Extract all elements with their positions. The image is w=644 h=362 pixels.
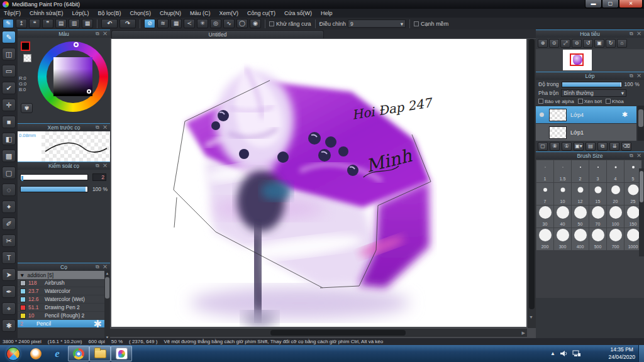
- gear-icon[interactable]: ✱: [622, 111, 628, 119]
- rotate-left-icon[interactable]: ↺: [583, 39, 593, 48]
- lock-checkbox[interactable]: Khóa: [606, 99, 624, 104]
- navigator-preview[interactable]: [536, 49, 644, 72]
- tool-text[interactable]: T: [2, 251, 16, 264]
- undo-icon[interactable]: ↶: [101, 19, 118, 28]
- menu-capture[interactable]: Chụp(N): [160, 10, 181, 16]
- menu-color[interactable]: Màu (C): [190, 10, 211, 16]
- transparent-color-swatch[interactable]: [23, 54, 31, 62]
- panel-popout-close-icons[interactable]: ⧉ ✕: [96, 264, 108, 270]
- tool-move[interactable]: ✛: [2, 99, 16, 111]
- tool-pen[interactable]: ✒: [2, 285, 16, 298]
- file-list-icon[interactable]: ▥: [69, 19, 80, 28]
- snap-spiral-icon[interactable]: ◉: [250, 19, 261, 28]
- tool-eyedropper[interactable]: ⌖: [2, 302, 16, 315]
- brush-size-cell[interactable]: 3: [589, 160, 606, 182]
- snap-parallel-icon[interactable]: ≋: [157, 19, 169, 28]
- scroll-thumb[interactable]: [529, 39, 535, 309]
- document-tab[interactable]: Untitled: [111, 30, 324, 38]
- tool-magic-wand[interactable]: ✦: [2, 200, 16, 213]
- file-icon[interactable]: ▤: [55, 19, 67, 28]
- brush-item[interactable]: 51.1 Drawing Pen 2: [18, 304, 104, 312]
- brush-size-cell[interactable]: 200: [536, 228, 553, 250]
- scroll-up-icon[interactable]: ▲: [104, 272, 110, 275]
- maximize-button[interactable]: ▢: [602, 0, 619, 8]
- gear-icon[interactable]: ✱: [94, 318, 102, 330]
- tool-frame[interactable]: ▭: [2, 65, 16, 77]
- brush-item-selected[interactable]: 2 Pencil ✱: [18, 320, 104, 328]
- brush-size-cell[interactable]: 10: [554, 183, 571, 205]
- brush-size-cell[interactable]: 1.5: [554, 160, 571, 182]
- visibility-eye-icon[interactable]: [540, 112, 544, 117]
- tray-expand-icon[interactable]: ▲: [550, 351, 555, 356]
- clipping-checkbox[interactable]: Xén bớt: [578, 99, 602, 104]
- menu-file[interactable]: Tệp(F): [4, 10, 21, 16]
- tool-operate[interactable]: ➤: [2, 268, 16, 281]
- brush-item[interactable]: 23.7 Watercolor: [18, 287, 104, 295]
- brush-group-row[interactable]: ▼ addition [5]: [18, 271, 110, 279]
- start-orb-icon[interactable]: [6, 347, 20, 361]
- layer-list-scrollbar[interactable]: [638, 106, 644, 141]
- trash-icon[interactable]: ⌫: [621, 142, 631, 151]
- minimize-button[interactable]: ▬: [585, 0, 602, 8]
- tool-bucket[interactable]: ◧: [2, 133, 16, 145]
- foreground-color-swatch[interactable]: [21, 41, 30, 51]
- rotate-reset-icon[interactable]: ↻: [606, 39, 616, 48]
- tool-select-pen[interactable]: ✐: [2, 217, 16, 230]
- comment-panel-icon[interactable]: ❞: [42, 19, 53, 28]
- palette-icon[interactable]: ✾: [21, 103, 33, 113]
- tool-select-eraser[interactable]: ✂: [2, 234, 16, 247]
- brush-size-cell[interactable]: 12: [572, 183, 589, 205]
- zoom-icon[interactable]: ⊙: [549, 39, 559, 48]
- explorer-icon[interactable]: [89, 346, 111, 361]
- brush-size-cell[interactable]: 4: [607, 160, 624, 182]
- snap-off-icon[interactable]: ⊘: [144, 19, 155, 28]
- media-player-icon[interactable]: [25, 346, 47, 361]
- fit-screen-icon[interactable]: ⤢: [560, 39, 570, 48]
- color-wheel[interactable]: [38, 41, 108, 112]
- tool-eraser[interactable]: ◫: [2, 48, 16, 60]
- brush-size-cell[interactable]: 20: [607, 183, 624, 205]
- scroll-thumb[interactable]: [105, 277, 109, 299]
- canvas-horizontal-scrollbar[interactable]: ▶: [110, 329, 527, 337]
- tool-hand[interactable]: ✱: [2, 319, 16, 332]
- layer-opacity-slider[interactable]: [562, 82, 622, 87]
- canvas-vertical-scrollbar[interactable]: ▼: [528, 39, 536, 328]
- grid-icon[interactable]: ▦: [82, 19, 93, 28]
- export-icon[interactable]: ↥: [16, 19, 27, 28]
- brush-item[interactable]: 118 Airbrush: [18, 279, 104, 287]
- snap-radial-icon[interactable]: ✳: [197, 19, 208, 28]
- menu-view[interactable]: Xem(V): [219, 10, 239, 16]
- alpha-protect-checkbox[interactable]: Bảo vệ alpha: [538, 99, 574, 104]
- antialias-checkbox[interactable]: [269, 21, 274, 26]
- paint-circle-icon[interactable]: ✎: [3, 19, 14, 28]
- brush-opacity-slider[interactable]: [20, 186, 88, 192]
- brush-size-cell[interactable]: 30: [536, 206, 553, 228]
- menu-window[interactable]: Cửa sổ(W): [284, 10, 312, 16]
- scroll-thumb[interactable]: [640, 171, 643, 202]
- close-button[interactable]: ✕: [619, 0, 643, 8]
- zoom-in-icon[interactable]: ⊕: [538, 39, 548, 48]
- panel-popout-close-icons[interactable]: ⧉ ✕: [630, 153, 642, 159]
- menu-layer[interactable]: Lớp(L): [72, 10, 89, 16]
- snap-curve-icon[interactable]: ∿: [223, 19, 235, 28]
- panel-popout-close-icons[interactable]: ⧉ ✕: [96, 124, 108, 131]
- merge-icon[interactable]: ⇊: [609, 142, 619, 151]
- brush-size-cell[interactable]: 2: [572, 160, 589, 182]
- menu-select[interactable]: Chọn(S): [130, 10, 151, 16]
- brush-list-scrollbar[interactable]: ▲ ▼: [104, 271, 110, 340]
- snap-grid-icon[interactable]: ▦: [170, 19, 182, 28]
- internet-explorer-icon[interactable]: e: [47, 346, 68, 361]
- blend-mode-dropdown[interactable]: Bình thường ▾: [561, 89, 626, 97]
- network-icon[interactable]: [572, 350, 581, 357]
- show-desktop-button[interactable]: [638, 345, 644, 362]
- tool-select-rect[interactable]: ▢: [2, 167, 16, 179]
- brush-size-cell[interactable]: 40: [554, 206, 571, 228]
- scroll-right-icon[interactable]: ▶: [522, 331, 525, 336]
- speaker-icon[interactable]: [560, 350, 568, 357]
- brush-item[interactable]: 10 Pencil (Rough) 2: [18, 312, 104, 320]
- panel-popout-close-icons[interactable]: ⧉ ✕: [630, 31, 642, 37]
- brush-size-cell[interactable]: 7: [536, 183, 553, 205]
- chrome-icon[interactable]: [68, 346, 89, 361]
- navigator-viewport-box[interactable]: [570, 53, 584, 66]
- add-menu-icon[interactable]: ▣▾: [574, 142, 584, 151]
